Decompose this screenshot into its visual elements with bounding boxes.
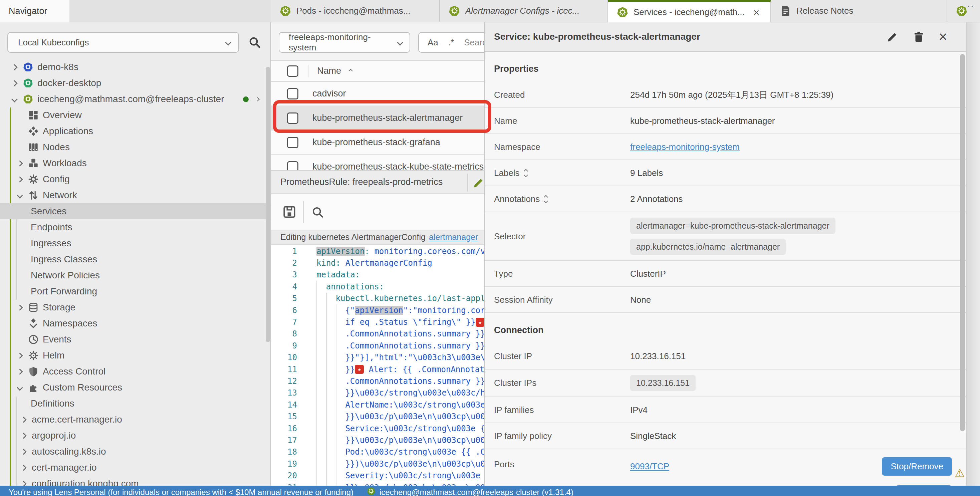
panel-scrollbar[interactable] bbox=[960, 54, 965, 431]
editor-search-icon[interactable] bbox=[312, 206, 324, 218]
tree-chevron-icon[interactable] bbox=[17, 176, 23, 182]
tab-icon bbox=[280, 5, 291, 17]
tab-label: Release Notes bbox=[796, 6, 853, 16]
sidebar-item-label: Ingresses bbox=[31, 238, 71, 249]
edit-service-icon[interactable] bbox=[886, 31, 898, 42]
line-number: 20 bbox=[271, 471, 297, 480]
tree-chevron-icon[interactable] bbox=[21, 417, 26, 423]
row-checkbox[interactable] bbox=[287, 113, 298, 124]
sidebar-item-icon bbox=[28, 318, 39, 329]
delete-service-icon[interactable] bbox=[913, 31, 924, 42]
namespace-link[interactable]: freeleaps-monitoring-system bbox=[630, 142, 740, 152]
sidebar-item[interactable]: icecheng@mathmast.com@freeleaps-cluster bbox=[0, 91, 271, 107]
tree-chevron-icon[interactable] bbox=[21, 448, 26, 455]
tree-chevron-icon[interactable] bbox=[17, 192, 23, 198]
tree-chevron-icon[interactable] bbox=[17, 385, 23, 391]
edit-rule-icon[interactable] bbox=[473, 177, 484, 188]
tab-icon bbox=[956, 5, 967, 17]
app-tab[interactable]: Release Notes bbox=[771, 0, 947, 22]
sidebar-item[interactable]: Workloads bbox=[0, 155, 271, 171]
sidebar-item[interactable]: Namespaces bbox=[0, 315, 271, 331]
detail-row-value: alertmanager=kube-prometheus-stack-alert… bbox=[630, 212, 835, 260]
sidebar-item[interactable]: Storage bbox=[0, 299, 271, 315]
tree-chevron-icon[interactable] bbox=[21, 481, 26, 486]
namespace-select[interactable]: freeleaps-monitoring-system bbox=[279, 32, 410, 53]
sort-toggle-icon[interactable] bbox=[544, 196, 547, 203]
sidebar-item[interactable]: Helm bbox=[0, 348, 271, 364]
tree-chevron-icon[interactable] bbox=[11, 80, 18, 86]
detail-row: Annotations 2 Annotations bbox=[485, 186, 966, 212]
sidebar-item[interactable]: Network bbox=[0, 187, 271, 203]
sidebar-item[interactable]: cert-manager.io bbox=[0, 459, 271, 475]
detail-row: Session Affinity None bbox=[485, 287, 966, 313]
sidebar-item-label: cert-manager.io bbox=[32, 462, 97, 473]
tree-chevron-icon[interactable] bbox=[21, 465, 26, 471]
sidebar-item-label: Port Forwarding bbox=[31, 286, 97, 297]
detail-row: Cluster IP 10.233.16.151 bbox=[485, 343, 966, 369]
line-number: 17 bbox=[271, 436, 297, 445]
sidebar-item[interactable]: Nodes bbox=[0, 139, 271, 155]
kubeconfig-select[interactable]: Local Kubeconfigs bbox=[7, 32, 239, 53]
tree-chevron-icon[interactable] bbox=[11, 96, 18, 102]
sidebar-item[interactable]: Overview bbox=[0, 107, 271, 123]
search-icon[interactable] bbox=[248, 36, 261, 49]
regex-toggle[interactable]: .* bbox=[448, 37, 454, 48]
sidebar-item[interactable]: Config bbox=[0, 171, 271, 187]
select-all-checkbox[interactable] bbox=[287, 65, 298, 77]
port-link[interactable]: 9093/TCP bbox=[630, 461, 669, 472]
active-cluster-text[interactable]: icecheng@mathmast.com@freeleaps-cluster … bbox=[380, 486, 573, 496]
sidebar-item-label: Network Policies bbox=[31, 270, 100, 281]
stop-remove-button[interactable]: Stop/Remove bbox=[882, 457, 952, 475]
detail-row-label: Namespace bbox=[485, 142, 630, 152]
line-number: 19 bbox=[271, 459, 297, 469]
sidebar-item[interactable]: Ingresses bbox=[0, 235, 271, 251]
app-tab[interactable]: Services - icecheng@math... × bbox=[608, 0, 771, 22]
save-icon[interactable] bbox=[283, 206, 296, 218]
match-case-toggle[interactable]: Aa bbox=[428, 37, 438, 48]
sidebar-item[interactable]: argoproj.io bbox=[0, 428, 271, 444]
tree-chevron-icon[interactable] bbox=[17, 160, 23, 166]
app-tab[interactable]: Alertmanager Configs - icec... bbox=[440, 0, 608, 22]
sidebar-item[interactable]: docker-desktop bbox=[0, 75, 271, 91]
sidebar-item[interactable]: Endpoints bbox=[0, 219, 271, 235]
line-number: 12 bbox=[271, 377, 297, 386]
sidebar-item-label: Namespaces bbox=[43, 318, 97, 329]
sidebar-item[interactable]: demo-k8s bbox=[0, 59, 271, 75]
sidebar-item[interactable]: Definitions bbox=[0, 396, 271, 412]
sidebar-scrollbar[interactable] bbox=[266, 67, 270, 342]
tree-chevron-icon[interactable] bbox=[17, 369, 23, 375]
column-header-name[interactable]: Name bbox=[317, 66, 352, 76]
header-divider bbox=[308, 65, 309, 78]
app-tab[interactable]: Pods - icecheng@mathmas... bbox=[271, 0, 440, 22]
value-chip: app.kubernetes.io/name=alertmanager bbox=[630, 238, 786, 255]
sidebar-item[interactable]: Network Policies bbox=[0, 267, 271, 283]
line-number: 7 bbox=[271, 318, 297, 327]
alertmanager-config-link[interactable]: alertmanager bbox=[429, 232, 478, 242]
detail-panel-title: Service: kube-prometheus-stack-alertmana… bbox=[494, 31, 700, 42]
row-name: cadvisor bbox=[312, 89, 346, 99]
row-checkbox[interactable] bbox=[287, 137, 298, 148]
tree-chevron-icon[interactable] bbox=[11, 64, 18, 70]
sidebar-item[interactable]: Custom Resources bbox=[0, 380, 271, 396]
tree-chevron-icon[interactable] bbox=[17, 304, 23, 310]
close-panel-icon[interactable]: × bbox=[939, 29, 947, 44]
tree-chevron-icon[interactable] bbox=[17, 353, 23, 358]
sidebar-item[interactable]: Port Forwarding bbox=[0, 283, 271, 299]
sidebar-item[interactable]: Applications bbox=[0, 123, 271, 139]
navigator-tab[interactable]: Navigator bbox=[0, 0, 69, 22]
detail-row-value: None bbox=[630, 289, 651, 310]
sidebar-item[interactable]: acme.cert-manager.io bbox=[0, 412, 271, 428]
line-number: 5 bbox=[271, 294, 297, 303]
sidebar-item[interactable]: Events bbox=[0, 331, 271, 348]
app-tab[interactable]: ·· bbox=[947, 0, 980, 22]
sidebar-item[interactable]: Ingress Classes bbox=[0, 251, 271, 267]
row-checkbox[interactable] bbox=[287, 88, 298, 100]
sidebar-item[interactable]: configuration.konghq.com bbox=[0, 475, 271, 486]
sidebar-item[interactable]: Services bbox=[0, 203, 271, 219]
sidebar-item[interactable]: Access Control bbox=[0, 364, 271, 380]
tab-close-icon[interactable]: × bbox=[753, 7, 760, 18]
sidebar-item[interactable]: autoscaling.k8s.io bbox=[0, 444, 271, 459]
cluster-chevron-icon[interactable] bbox=[255, 97, 260, 102]
tree-chevron-icon[interactable] bbox=[21, 432, 26, 439]
sort-toggle-icon[interactable] bbox=[524, 170, 527, 176]
